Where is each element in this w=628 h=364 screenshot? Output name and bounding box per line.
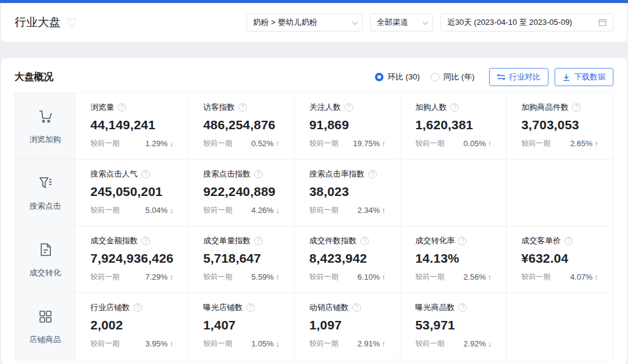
metric-value: ¥632.04 — [521, 251, 598, 266]
metric-card: 浏览量 44,149,241 较前一期1.29% — [76, 93, 189, 160]
trend-arrow-icon — [488, 339, 492, 348]
delta-percent: 4.26% — [251, 206, 274, 215]
chevron-down-icon — [422, 19, 428, 25]
metric-label: 加购商品件数 — [521, 102, 569, 113]
delta-percent: 4.07% — [570, 272, 593, 281]
metric-label: 成交金额指数 — [90, 235, 138, 246]
metric-label: 加购人数 — [415, 102, 447, 113]
row-group-shop-product: 店铺商品 — [15, 293, 76, 360]
metric-card: 成交金额指数 7,924,936,426 较前一期7.29% — [76, 226, 189, 293]
category-select-value: 奶粉 > 婴幼儿奶粉 — [253, 17, 317, 28]
row-group-label: 浏览加购 — [30, 134, 61, 145]
metric-label: 成交单量指数 — [203, 235, 251, 246]
trend-arrow-icon — [595, 272, 599, 281]
favorite-heart-icon[interactable]: ♡ — [67, 17, 77, 29]
help-icon[interactable] — [118, 103, 126, 112]
metric-card: 成交单量指数 5,718,647 较前一期5.59% — [189, 226, 295, 293]
delta-percent: 3.95% — [146, 339, 168, 348]
help-icon[interactable] — [458, 303, 467, 312]
metric-value: 2,002 — [90, 318, 174, 332]
delta-label: 较前一期 — [521, 272, 550, 282]
compare-mode-radio-group: 环比 (30) 同比 (年) — [375, 72, 474, 83]
delta-label: 较前一期 — [90, 272, 120, 282]
trend-arrow-icon — [382, 206, 386, 215]
metric-value: 44,149,241 — [90, 118, 174, 132]
trend-arrow-icon — [275, 339, 280, 348]
help-icon[interactable] — [572, 103, 581, 112]
empty-cell — [507, 160, 613, 226]
row-group-browse-addcart: 浏览加购 — [15, 93, 76, 160]
delta-label: 较前一期 — [203, 205, 232, 215]
channel-select[interactable]: 全部渠道 — [370, 13, 433, 32]
delta-label: 较前一期 — [309, 205, 339, 215]
metric-value: 14.13% — [415, 251, 491, 266]
button-label: 下载数据 — [574, 72, 606, 83]
help-icon[interactable] — [368, 170, 377, 178]
industry-compare-button[interactable]: 行业对比 — [489, 68, 549, 86]
help-icon[interactable] — [353, 303, 361, 312]
metric-label: 曝光店铺数 — [203, 302, 243, 313]
help-icon[interactable] — [458, 237, 467, 245]
delta-label: 较前一期 — [203, 272, 232, 282]
help-icon[interactable] — [238, 103, 247, 112]
radio-year-over-year[interactable]: 同比 (年) — [431, 72, 474, 83]
metric-label: 搜索点击率指数 — [309, 169, 365, 180]
row-group-search-click: 搜索点击 — [15, 160, 76, 226]
trend-arrow-icon — [595, 139, 599, 148]
help-icon[interactable] — [360, 237, 369, 245]
help-icon[interactable] — [246, 303, 255, 312]
metrics-table: 浏览加购 浏览量 44,149,241 较前一期1.29% 访客指数 486,2… — [15, 92, 613, 360]
radio-dot — [375, 73, 383, 81]
delta-percent: 2.92% — [464, 339, 486, 348]
date-range-picker[interactable]: 近30天 (2023-04-10 至 2023-05-09) — [441, 13, 613, 32]
help-icon[interactable] — [254, 170, 263, 178]
metric-value: 922,240,889 — [203, 184, 280, 199]
metric-card: 动销店铺数 1,097 较前一期2.91% — [295, 293, 401, 360]
delta-percent: 0.52% — [251, 139, 274, 148]
trend-arrow-icon — [488, 139, 492, 148]
help-icon[interactable] — [450, 103, 459, 112]
delta-percent: 1.05% — [251, 339, 274, 348]
page-title: 行业大盘 — [15, 15, 61, 30]
metric-label: 动销店铺数 — [309, 302, 349, 313]
trend-arrow-icon — [169, 139, 174, 148]
cart-icon — [36, 107, 55, 128]
delta-label: 较前一期 — [309, 138, 339, 149]
row-group-label: 搜索点击 — [30, 201, 61, 212]
metric-label: 曝光商品数 — [415, 302, 454, 313]
help-icon[interactable] — [254, 237, 263, 245]
calendar-icon — [598, 18, 607, 27]
metric-label: 搜索点击指数 — [203, 169, 251, 180]
delta-percent: 19.75% — [353, 139, 380, 148]
metric-value: 1,620,381 — [415, 118, 491, 132]
help-icon[interactable] — [345, 103, 353, 112]
trend-arrow-icon — [169, 206, 174, 215]
metric-value: 3,703,053 — [521, 118, 598, 132]
delta-label: 较前一期 — [90, 138, 120, 149]
metric-card: 搜索点击率指数 38,023 较前一期2.34% — [295, 160, 401, 226]
trend-arrow-icon — [275, 206, 280, 215]
button-label: 行业对比 — [509, 72, 541, 83]
help-icon[interactable] — [564, 237, 573, 245]
section-gap — [0, 42, 628, 58]
grid-icon — [36, 308, 55, 328]
metric-label: 成交件数指数 — [309, 235, 357, 246]
metric-card: 加购人数 1,620,381 较前一期0.05% — [400, 93, 507, 160]
metric-card: 成交件数指数 8,423,942 较前一期6.10% — [295, 226, 401, 293]
help-icon[interactable] — [141, 237, 150, 245]
metric-value: 7,924,936,426 — [90, 251, 174, 266]
metric-label: 关注人数 — [309, 102, 341, 113]
delta-percent: 5.04% — [146, 206, 168, 215]
radio-period-over-period[interactable]: 环比 (30) — [375, 72, 420, 83]
help-icon[interactable] — [133, 303, 142, 312]
delta-label: 较前一期 — [203, 138, 232, 149]
delta-percent: 2.91% — [357, 339, 380, 348]
delta-percent: 7.29% — [146, 272, 168, 281]
category-select[interactable]: 奶粉 > 婴幼儿奶粉 — [246, 13, 363, 32]
metric-value: 38,023 — [309, 184, 386, 199]
trend-arrow-icon — [169, 339, 174, 348]
download-data-button[interactable]: 下载数据 — [555, 68, 613, 86]
row-group-label: 店铺商品 — [30, 334, 61, 345]
help-icon[interactable] — [141, 170, 150, 178]
file-icon — [36, 241, 55, 261]
